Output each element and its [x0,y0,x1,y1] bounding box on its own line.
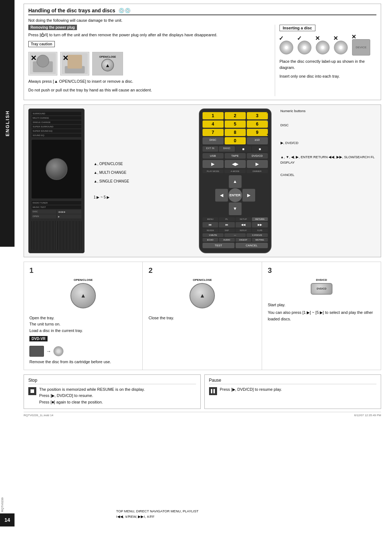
step-2-number: 2 [148,266,256,275]
bottom-footer: RQTV0239_1L.indd 14 6/12/07 12:35:49 PM [24,412,381,417]
page-number: 14 [0,513,15,526]
language-sidebar: ENGLISH [0,0,15,247]
tray-wrong-img-1: ✕ [28,52,57,75]
stereo-image: SURROUND MULTI CHANGE SINGLE CHANGE SUPE… [28,108,85,253]
dvd-vr-label: DVD-VR [29,336,48,341]
step-3-button[interactable]: DVD/CD [311,283,332,295]
dvd-cd-label: ▶, DVD/CD [281,140,377,146]
step-2-text: Close the tray. [148,315,256,321]
tray-wrong-img-2: ✕ [60,52,89,75]
multi-change-label: ▲, MULTI CHANGE [94,170,190,176]
control-labels-left: ▲, OPEN/CLOSE ▲, MULTI CHANGE ▲, SINGLE … [90,108,190,253]
stop-icon [30,389,34,393]
inserting-label: Inserting a disc [279,25,315,31]
ins-check-1: ✓ [279,38,293,54]
language-label: ENGLISH [5,110,10,136]
stop-title: Stop [28,378,196,384]
pause-bar-1 [211,389,212,393]
step-1: 1 OPEN/CLOSE ▲ Open the tray. The unit t… [24,262,143,370]
section-title-text: Handling of the disc trays and discs [28,8,115,13]
pause-title: Pause [209,378,377,384]
disc-label: DISC [281,123,377,128]
single-change-label: ▲, SINGLE CHANGE [94,179,190,184]
handling-left: Removing the power plug Press [⏻/I] to t… [28,25,269,96]
disc-small-icon [53,346,64,356]
stop-icon-box [28,387,36,395]
dvd-cartridge-img: → [29,346,137,357]
pause-text: Press [▶, DVD/CD] to resume play. [220,386,282,393]
file-info: RQTV0239_1L.indd 14 [24,414,53,417]
open-close-label: ▲, OPEN/CLOSE [94,161,190,167]
insert-one-text: Insert only one disc into each tray. [279,73,376,79]
pause-bars-icon [211,389,215,393]
step-2: 2 OPEN/CLOSE ▲ Close the tray. [143,262,262,370]
handling-right: Inserting a disc ✓ ✓ [275,25,376,96]
up-arrow-icon-2: ▲ [200,292,205,299]
pause-icon-box [209,387,217,395]
remote-annotations: Numeric buttons DISC ▶, DVD/CD ▲, ▼, ◀, … [281,108,377,253]
handling-section: Handling of the disc trays and discs 💿💿 … [24,4,381,100]
remote-section: SURROUND MULTI CHANGE SINGLE CHANGE SUPE… [24,104,381,257]
section-title: Handling of the disc trays and discs 💿💿 [28,8,376,15]
step-3-btn-label: DVD/CD [311,278,332,282]
date-info: 6/12/07 12:35:49 PM [354,414,381,417]
step-1-text: Open the tray. The unit turns on. Load a… [29,315,137,334]
step-1-button[interactable]: ▲ [70,283,96,308]
not-push-text: Do not push or pull out the tray by hand… [28,87,269,93]
step-2-button[interactable]: ▲ [189,283,215,308]
open-close-button-img: OPEN/CLOSE ▲ [92,52,123,75]
stop-box: Stop The position is memorized while RES… [24,374,201,409]
warning-text: Not doing the following will cause damag… [28,18,376,22]
step-1-number: 1 [29,266,137,275]
step-3-text: Start play. You can also press [1 ▶] ~ [… [268,302,375,323]
press-text: Press [⏻/I] to turn off the unit and the… [28,32,269,38]
tray-caution-label: Tray caution [28,41,55,47]
document-id: RQTV0239 [1,497,4,512]
top-menu-labels: TOP MENU, DIRECT NAVIGATOR MENU, PLAYLIS… [116,508,199,519]
inserting-disc-images: ✓ ✓ ✕ [279,36,376,56]
stop-pause-section: Stop The position is memorized while RES… [24,374,381,409]
pause-box: Pause Press [▶, DVD/CD] to resume play. [204,374,381,409]
up-arrow-icon: ▲ [80,292,86,299]
pause-content: Press [▶, DVD/CD] to resume play. [209,386,377,395]
cartridge-icon [29,346,44,357]
numeric-buttons-label: Numeric buttons [281,108,377,114]
step-3: 3 DVD/CD DVD/CD Start play. You can also… [262,262,381,370]
step-2-btn-label: OPEN/CLOSE [189,278,215,282]
pause-bar-2 [213,389,215,393]
remote-control-image: 1 2 3 ⌃ 4 5 6 ⌃ [195,108,275,253]
step-1-dvd-text: Remove the disc from its cartridge befor… [29,359,137,365]
ins-wrong-2: ✕ [334,38,348,54]
step-3-number: 3 [268,266,375,275]
stop-content: The position is memorized while RESUME i… [28,386,196,406]
ins-wrong-1: ✕ [316,38,330,54]
steps-section: 1 OPEN/CLOSE ▲ Open the tray. The unit t… [24,262,381,370]
place-disc-text: Place the disc correctly label-up as sho… [279,58,376,70]
disc-range-label: 1 ▶ ~ 5 ▶ [94,194,190,200]
ins-wrong-3: ✕ DEVICE [352,36,370,56]
stop-text: The position is memorized while RESUME i… [39,386,145,406]
removing-plug-label: Removing the power plug [28,25,77,30]
always-press-text: Always press [▲ OPEN/CLOSE] to insert or… [28,78,269,85]
cancel-label: CANCEL [281,172,377,177]
arrow-right-icon: → [46,348,51,354]
tray-caution-images: ✕ ✕ OPEN/CLOS [28,52,269,75]
nav-labels: ▲, ▼, ◀, ▶, ENTER RETURN ◀◀, ▶▶, SLOW/SE… [281,155,377,165]
step-1-btn-label: OPEN/CLOSE [70,278,96,282]
cd-icons: 💿💿 [118,8,131,13]
ins-check-2: ✓ [298,38,311,54]
